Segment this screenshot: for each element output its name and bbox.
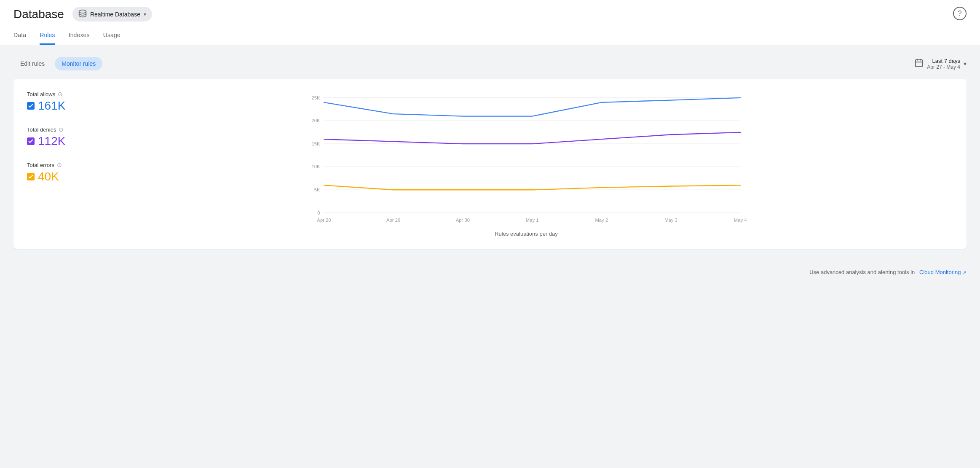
toolbar: Edit rules Monitor rules Last 7 days Apr… — [13, 57, 967, 70]
external-link-icon: ↗ — [962, 270, 967, 276]
svg-text:5K: 5K — [314, 187, 320, 192]
db-selector-label: Realtime Database — [90, 11, 140, 18]
svg-text:May 2: May 2 — [595, 218, 608, 223]
allows-checkbox[interactable] — [27, 102, 35, 110]
toolbar-left: Edit rules Monitor rules — [13, 57, 102, 70]
date-range-chevron-icon: ▾ — [964, 60, 967, 67]
chevron-down-icon: ▾ — [144, 11, 146, 17]
errors-line — [324, 185, 740, 190]
edit-rules-button[interactable]: Edit rules — [13, 57, 51, 70]
denies-checkbox[interactable] — [27, 137, 35, 145]
errors-checkbox[interactable] — [27, 173, 35, 180]
date-range-primary: Last 7 days — [927, 58, 960, 64]
page-header: Database Realtime Database ▾ Data Rules … — [0, 0, 980, 45]
legend-denies: Total denies ⊙ 112K — [27, 126, 86, 148]
svg-text:Apr 28: Apr 28 — [317, 218, 331, 223]
svg-text:Apr 29: Apr 29 — [386, 218, 400, 223]
calendar-icon — [914, 58, 924, 70]
svg-text:25K: 25K — [312, 95, 321, 100]
svg-rect-0 — [916, 59, 923, 67]
tab-indexes[interactable]: Indexes — [69, 27, 90, 45]
svg-text:May 1: May 1 — [526, 218, 539, 223]
date-range-secondary: Apr 27 - May 4 — [927, 64, 960, 70]
toolbar-right: Last 7 days Apr 27 - May 4 ▾ — [914, 58, 967, 70]
help-button[interactable]: ? — [953, 7, 967, 20]
svg-text:15K: 15K — [312, 141, 321, 146]
tab-data[interactable]: Data — [13, 27, 26, 45]
allows-help-icon[interactable]: ⊙ — [58, 91, 63, 97]
chart-legend: Total allows ⊙ 161K Total denies ⊙ — [27, 91, 86, 237]
legend-allows-label: Total allows — [27, 91, 55, 97]
allows-line — [324, 98, 740, 116]
cloud-monitoring-link[interactable]: Cloud Monitoring ↗ — [919, 269, 967, 275]
chart-x-label: Rules evaluations per day — [99, 231, 953, 237]
svg-text:May 4: May 4 — [734, 218, 747, 223]
svg-text:20K: 20K — [312, 118, 321, 123]
svg-text:0: 0 — [317, 210, 320, 215]
denies-value: 112K — [38, 134, 65, 148]
chart-svg: 25K 20K 15K 10K 5K 0 Apr 28 A — [99, 91, 953, 226]
svg-text:10K: 10K — [312, 164, 321, 169]
errors-help-icon[interactable]: ⊙ — [57, 161, 62, 168]
chart-area: 25K 20K 15K 10K 5K 0 Apr 28 A — [99, 91, 953, 237]
legend-errors: Total errors ⊙ 40K — [27, 161, 86, 183]
svg-text:May 3: May 3 — [664, 218, 677, 223]
denies-help-icon[interactable]: ⊙ — [59, 126, 64, 133]
nav-tabs: Data Rules Indexes Usage — [13, 27, 967, 45]
monitor-rules-button[interactable]: Monitor rules — [55, 57, 102, 70]
page-title: Database — [13, 8, 64, 21]
main-content: Edit rules Monitor rules Last 7 days Apr… — [0, 45, 980, 261]
legend-denies-label: Total denies — [27, 126, 56, 133]
date-range[interactable]: Last 7 days Apr 27 - May 4 — [927, 58, 960, 70]
database-icon — [78, 9, 87, 19]
svg-text:Apr 30: Apr 30 — [456, 218, 470, 223]
chart-card: Total allows ⊙ 161K Total denies ⊙ — [13, 79, 967, 249]
legend-allows: Total allows ⊙ 161K — [27, 91, 86, 113]
footer-note: Use advanced analysis and alerting tools… — [0, 261, 980, 284]
errors-value: 40K — [38, 170, 59, 183]
legend-errors-label: Total errors — [27, 162, 54, 168]
footer-text: Use advanced analysis and alerting tools… — [809, 269, 915, 275]
denies-line — [324, 132, 740, 144]
database-selector[interactable]: Realtime Database ▾ — [72, 7, 152, 22]
allows-value: 161K — [38, 99, 65, 113]
tab-usage[interactable]: Usage — [103, 27, 120, 45]
tab-rules[interactable]: Rules — [40, 27, 55, 45]
